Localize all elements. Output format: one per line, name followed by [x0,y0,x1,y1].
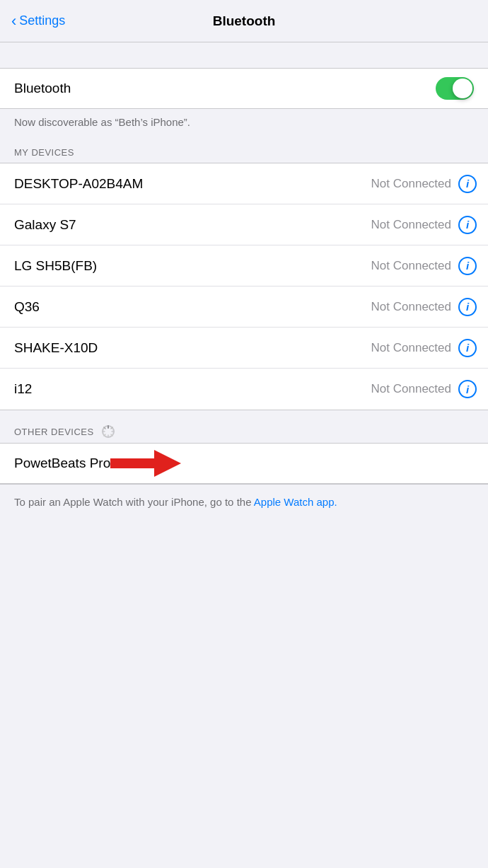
page-title: Bluetooth [213,13,276,29]
device-right: Not Connectedi [371,298,477,316]
other-devices-section-header: OTHER DEVICES [0,410,488,443]
info-icon[interactable]: i [458,175,477,193]
scanning-spinner [101,424,115,439]
my-devices-list: DESKTOP-A02B4AMNot ConnectediGalaxy S7No… [0,163,488,410]
device-name: Q36 [14,299,40,315]
device-status: Not Connected [371,382,451,396]
device-status: Not Connected [371,341,451,355]
device-right: Not Connectedi [371,380,477,398]
bluetooth-label: Bluetooth [14,81,71,96]
device-name: LG SH5B(FB) [14,258,97,274]
top-spacer [0,42,488,68]
device-right: Not Connectedi [371,216,477,234]
my-devices-section-header: MY DEVICES [0,140,488,163]
other-devices-label: OTHER DEVICES [14,427,94,437]
device-status: Not Connected [371,218,451,232]
other-device-row-powetbeats[interactable]: PowetBeats Pro [0,443,488,484]
toggle-knob [453,79,472,98]
info-icon[interactable]: i [458,298,477,316]
other-device-name: PowetBeats Pro [14,456,110,471]
my-device-row[interactable]: i12Not Connectedi [0,369,488,410]
device-name: Galaxy S7 [14,217,76,233]
info-icon[interactable]: i [458,380,477,398]
footer-section: To pair an Apple Watch with your iPhone,… [0,484,488,525]
red-arrow-icon [110,449,181,478]
bluetooth-toggle[interactable] [436,77,474,100]
apple-watch-app-link[interactable]: Apple Watch app. [254,496,337,508]
device-right: Not Connectedi [371,175,477,193]
bluetooth-toggle-group: Bluetooth [0,68,488,109]
back-button[interactable]: ‹ Settings [11,13,65,29]
device-name: SHAKE-X10D [14,340,98,356]
device-right: Not Connectedi [371,257,477,275]
my-devices-label: MY DEVICES [14,147,74,158]
back-label: Settings [19,13,65,28]
discoverable-text: Now discoverable as “Beth’s iPhone”. [14,116,190,128]
my-device-row[interactable]: SHAKE-X10DNot Connectedi [0,328,488,369]
discoverable-info: Now discoverable as “Beth’s iPhone”. [0,109,488,140]
chevron-left-icon: ‹ [11,13,16,29]
my-device-row[interactable]: Q36Not Connectedi [0,287,488,328]
info-icon[interactable]: i [458,216,477,234]
info-icon[interactable]: i [458,339,477,357]
info-icon[interactable]: i [458,257,477,275]
navigation-bar: ‹ Settings Bluetooth [0,0,488,42]
footer-text-static: To pair an Apple Watch with your iPhone,… [14,496,254,508]
device-name: i12 [14,381,32,397]
my-device-row[interactable]: Galaxy S7Not Connectedi [0,204,488,245]
my-device-row[interactable]: LG SH5B(FB)Not Connectedi [0,245,488,287]
bluetooth-toggle-row[interactable]: Bluetooth [0,69,488,108]
device-status: Not Connected [371,300,451,314]
device-status: Not Connected [371,259,451,273]
device-right: Not Connectedi [371,339,477,357]
my-device-row[interactable]: DESKTOP-A02B4AMNot Connectedi [0,163,488,204]
svg-marker-9 [110,450,181,477]
footer-text: To pair an Apple Watch with your iPhone,… [14,494,474,511]
device-name: DESKTOP-A02B4AM [14,176,143,192]
device-status: Not Connected [371,177,451,191]
